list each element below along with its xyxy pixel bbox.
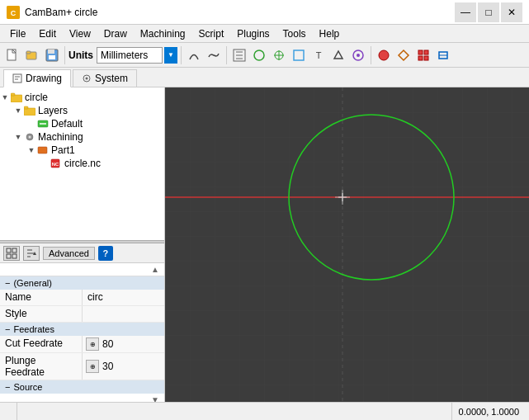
menu-edit[interactable]: Edit xyxy=(32,26,63,41)
arc-button[interactable] xyxy=(185,46,203,64)
expander-part1[interactable]: ▼ xyxy=(26,145,36,155)
separator-2 xyxy=(181,46,182,64)
props-row-name[interactable]: Name circ xyxy=(0,290,164,306)
svg-rect-47 xyxy=(12,254,17,258)
props-plunge-feedrate-value: ⊕ 30 xyxy=(83,353,164,380)
open-button[interactable] xyxy=(23,46,41,64)
tb-btn-11[interactable] xyxy=(434,46,452,64)
section-expander-source[interactable]: − xyxy=(5,382,10,392)
props-help-button[interactable]: ? xyxy=(98,246,113,261)
tree-item-part1[interactable]: ▼ Part1 xyxy=(0,144,164,157)
tree-item-circle[interactable]: ▼ circle xyxy=(0,91,164,104)
tree-view[interactable]: ▼ circle ▼ Layers xyxy=(0,87,164,240)
canvas-area[interactable] xyxy=(165,87,529,402)
svg-point-40 xyxy=(29,136,31,139)
props-section-feedrates: − Feedrates xyxy=(0,323,164,336)
nc-icon-circle: NC xyxy=(50,158,63,169)
props-scroll-down[interactable]: ▼ xyxy=(148,394,163,402)
new-button[interactable] xyxy=(3,46,21,64)
title-bar: C CamBam+ circle — □ ✕ xyxy=(0,0,529,25)
status-left xyxy=(3,403,17,420)
props-name-label: Name xyxy=(0,290,83,305)
tree-label-circle: circle xyxy=(25,92,48,103)
drawing-tab-icon xyxy=(12,73,22,83)
svg-rect-41 xyxy=(38,147,47,153)
props-style-label: Style xyxy=(0,306,83,322)
expander-circle[interactable]: ▼ xyxy=(0,92,10,102)
expander-circle-nc xyxy=(40,158,50,168)
svg-text:C: C xyxy=(11,9,17,17)
separator-4 xyxy=(371,46,371,64)
tab-drawing[interactable]: Drawing xyxy=(3,69,71,87)
minimize-button[interactable]: — xyxy=(455,2,476,22)
props-cut-feedrate-value: ⊕ 80 xyxy=(83,336,164,352)
svg-text:NC: NC xyxy=(52,162,59,167)
menu-bar: File Edit View Draw Machining Script Plu… xyxy=(0,25,529,43)
svg-rect-6 xyxy=(26,51,31,54)
props-advanced-button[interactable]: Advanced xyxy=(43,247,95,260)
svg-text:T: T xyxy=(316,50,322,60)
expander-default xyxy=(26,119,36,129)
svg-rect-44 xyxy=(7,248,11,252)
close-button[interactable]: ✕ xyxy=(501,2,522,22)
section-expander-general[interactable]: − xyxy=(5,278,10,288)
menu-machining[interactable]: Machining xyxy=(134,26,192,41)
menu-plugins[interactable]: Plugins xyxy=(230,26,276,41)
app-icon: C xyxy=(7,6,20,19)
props-plunge-feedrate-label: Plunge Feedrate xyxy=(0,353,83,380)
menu-help[interactable]: Help xyxy=(313,26,347,41)
units-dropdown-arrow[interactable]: ▼ xyxy=(164,47,177,64)
menu-script[interactable]: Script xyxy=(192,26,231,41)
system-tab-icon xyxy=(82,73,92,83)
tb-btn-4[interactable] xyxy=(290,46,308,64)
tab-bar: Drawing System xyxy=(0,68,529,87)
separator-1 xyxy=(64,46,65,64)
maximize-button[interactable]: □ xyxy=(478,2,499,22)
tb-btn-3[interactable] xyxy=(270,46,288,64)
svg-point-14 xyxy=(254,50,264,60)
tree-item-machining[interactable]: ▼ Machining xyxy=(0,130,164,144)
tb-btn-9[interactable] xyxy=(394,46,413,64)
expander-machining[interactable]: ▼ xyxy=(13,132,23,142)
tab-system[interactable]: System xyxy=(73,69,137,87)
svg-rect-46 xyxy=(7,254,11,258)
menu-view[interactable]: View xyxy=(63,26,97,41)
menu-tools[interactable]: Tools xyxy=(276,26,313,41)
tree-item-layers[interactable]: ▼ Layers xyxy=(0,104,164,117)
units-dropdown[interactable]: Millimeters xyxy=(97,47,163,64)
tree-label-machining: Machining xyxy=(38,131,83,143)
tb-btn-6[interactable] xyxy=(329,46,347,64)
tb-btn-1[interactable] xyxy=(230,46,248,64)
props-scroll-up[interactable]: ▲ xyxy=(148,263,163,276)
tb-btn-2[interactable] xyxy=(250,46,268,64)
svg-rect-18 xyxy=(294,50,304,60)
tree-item-circle-nc[interactable]: NC circle.nc xyxy=(0,157,164,170)
tree-label-default: Default xyxy=(51,118,83,130)
tree-label-part1: Part1 xyxy=(51,144,75,156)
props-sort-button[interactable] xyxy=(23,246,40,261)
props-row-cut-feedrate[interactable]: Cut Feedrate ⊕ 80 xyxy=(0,336,164,353)
cut-feedrate-spin-icon[interactable]: ⊕ xyxy=(86,337,99,351)
tb-btn-8[interactable] xyxy=(375,46,393,64)
menu-draw[interactable]: Draw xyxy=(97,26,134,41)
props-row-style[interactable]: Style xyxy=(0,306,164,323)
save-button[interactable] xyxy=(43,46,61,64)
section-expander-feedrates[interactable]: − xyxy=(5,324,10,334)
separator-3 xyxy=(226,46,227,64)
expander-layers[interactable]: ▼ xyxy=(13,106,23,116)
canvas-svg xyxy=(165,87,529,402)
window-title: CamBam+ circle xyxy=(25,7,97,18)
props-grid-button[interactable] xyxy=(3,246,20,261)
tb-btn-10[interactable] xyxy=(414,46,432,64)
menu-file[interactable]: File xyxy=(3,26,32,41)
tb-btn-7[interactable] xyxy=(349,46,367,64)
tree-item-default[interactable]: Default xyxy=(0,117,164,130)
props-toolbar: Advanced ? xyxy=(0,243,164,263)
props-cut-feedrate-label: Cut Feedrate xyxy=(0,336,83,352)
svg-rect-23 xyxy=(418,50,423,54)
props-row-plunge-feedrate[interactable]: Plunge Feedrate ⊕ 30 xyxy=(0,353,164,380)
plunge-feedrate-spin-icon[interactable]: ⊕ xyxy=(86,360,99,373)
tb-btn-5[interactable]: T xyxy=(309,46,328,64)
svg-rect-8 xyxy=(48,50,54,54)
curve-button[interactable] xyxy=(205,46,223,64)
